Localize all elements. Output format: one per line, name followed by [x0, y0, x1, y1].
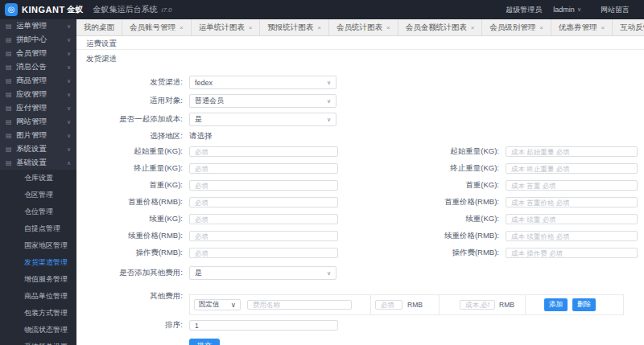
chevron-down-icon: ∨: [67, 146, 71, 153]
tab-member-amount-charts[interactable]: 会员金额统计图表 ×: [398, 19, 483, 35]
channel-select[interactable]: fedex ∨: [189, 76, 336, 89]
sidebar-item-announcements[interactable]: ▤ 消息公告 ∨: [0, 60, 76, 74]
app-window: ◎ KINGANT 金蚁 金蚁集运后台系统 i7.0 超级管理员 ladmin …: [0, 0, 644, 345]
channel-select-value: fedex: [195, 79, 213, 87]
chevron-down-icon: ∨: [327, 98, 331, 105]
sidebar-item-receivables[interactable]: ▤ 应收管理 ∨: [0, 88, 76, 101]
close-icon[interactable]: ×: [180, 24, 184, 31]
add-fee-button[interactable]: 添加: [544, 298, 568, 311]
start-weight-label: 起始重量(KG):: [76, 146, 189, 157]
submenu-item-warehouse-settings[interactable]: 仓库设置: [0, 170, 76, 187]
tab-member-levels[interactable]: 会员级别管理 ×: [482, 19, 551, 35]
submenu-item-packaging-methods[interactable]: 包装方式管理: [0, 305, 76, 322]
cost-end-weight-input[interactable]: [506, 163, 638, 174]
sidebar-item-products[interactable]: ▤ 商品管理 ∨: [0, 74, 76, 88]
sidebar-item-label: 应收管理: [16, 89, 67, 100]
submenu-item-zone-management[interactable]: 仓区管理: [0, 187, 76, 203]
fee-cost-input[interactable]: [460, 300, 495, 310]
cost-additional-weight-price-label: 续重价格(RMB):: [338, 231, 506, 241]
cost-end-weight-label: 终止重量(KG):: [338, 163, 506, 174]
system-name: 金蚁集运后台系统: [93, 4, 158, 15]
cost-additional-weight-input[interactable]: [506, 214, 638, 224]
tab-coupons[interactable]: 优惠券管理 ×: [551, 19, 613, 35]
submenu-item-slot-management[interactable]: 仓位管理: [0, 203, 76, 220]
submenu-item-pickup-points[interactable]: 自提点管理: [0, 220, 76, 237]
submenu-item-product-units[interactable]: 商品单位管理: [0, 288, 76, 305]
close-icon[interactable]: ×: [317, 24, 321, 31]
user-menu[interactable]: ladmin ∨: [553, 6, 581, 14]
end-weight-input[interactable]: [189, 163, 338, 174]
sidebar-item-label: 商品管理: [16, 76, 67, 86]
sidebar-item-label: 运单管理: [16, 21, 67, 31]
tab-feedback[interactable]: 互动反馈管理 ×: [613, 19, 644, 35]
submenu-item-countries[interactable]: 国家地区管理: [0, 237, 76, 254]
fee-type-select[interactable]: 固定值 ∨: [194, 299, 241, 310]
chevron-down-icon: ∨: [67, 92, 71, 98]
chevron-down-icon: ∨: [327, 117, 331, 123]
chevron-down-icon: ∨: [67, 23, 71, 30]
fee-unit-label: RMB: [407, 301, 423, 309]
additional-weight-input[interactable]: [189, 214, 338, 224]
close-icon[interactable]: ×: [471, 24, 475, 31]
chevron-down-icon: ∨: [327, 80, 331, 86]
sidebar-item-label: 图片管理: [16, 130, 67, 141]
sidebar-item-label: 系统设置: [16, 144, 67, 154]
sidebar-item-images[interactable]: ▤ 图片管理 ∨: [0, 129, 76, 142]
close-icon[interactable]: ×: [539, 24, 543, 31]
fee-amount-input[interactable]: [375, 300, 402, 310]
sidebar-item-website[interactable]: ▤ 网站管理 ∨: [0, 115, 76, 129]
shipping-channel-form: 发货渠道: fedex ∨ 适用对象: 普通会员 ∨ 是否一起添加成本: 是 ∨: [76, 66, 644, 345]
submenu-item-value-added-services[interactable]: 增值服务管理: [0, 271, 76, 288]
sidebar-item-waybill[interactable]: ▤ 运单管理 ∨: [0, 19, 76, 33]
other-fee-toggle-select[interactable]: 是 ∨: [189, 266, 336, 280]
target-select[interactable]: 普通会员 ∨: [189, 94, 336, 108]
sidebar-item-basic-settings[interactable]: ▤ 基础设置 ∧: [0, 156, 76, 170]
tab-label: 会员统计图表: [336, 23, 382, 33]
other-fee-toggle-value: 是: [195, 268, 202, 278]
cost-handling-fee-input[interactable]: [506, 248, 638, 258]
sidebar-item-label: 基础设置: [16, 158, 67, 168]
close-icon[interactable]: ×: [386, 24, 390, 31]
first-weight-input[interactable]: [189, 180, 338, 191]
sidebar-item-system[interactable]: ▤ 系统设置 ∨: [0, 142, 76, 156]
fee-name-input[interactable]: [247, 300, 352, 310]
tab-waybill-charts[interactable]: 运单统计图表 ×: [192, 19, 261, 35]
sidebar-item-payables[interactable]: ▤ 应付管理 ∨: [0, 101, 76, 115]
cost-additional-weight-price-input[interactable]: [506, 231, 638, 241]
menu-icon: ▤: [6, 77, 16, 84]
sort-label: 排序:: [76, 320, 189, 331]
additional-weight-price-input[interactable]: [189, 231, 338, 241]
submenu-item-logistics-status[interactable]: 物流状态管理: [0, 322, 76, 339]
delete-fee-button[interactable]: 删除: [572, 298, 596, 311]
close-icon[interactable]: ×: [249, 24, 253, 31]
chevron-down-icon: ∨: [67, 105, 71, 112]
with-cost-select[interactable]: 是 ∨: [189, 113, 336, 126]
site-message-link[interactable]: 网站留言: [601, 5, 630, 15]
sidebar-item-label: 会员管理: [16, 48, 67, 59]
cost-first-weight-input[interactable]: [506, 180, 638, 191]
close-icon[interactable]: ×: [601, 24, 605, 31]
tab-member-charts[interactable]: 会员统计图表 ×: [329, 19, 398, 35]
chevron-down-icon: ∨: [327, 270, 331, 277]
sort-input[interactable]: [189, 320, 338, 331]
submenu-item-shipping-channels[interactable]: 发货渠道管理: [0, 254, 76, 271]
submenu-item-simple-settings[interactable]: 系统简单设置: [0, 339, 76, 345]
region-picker-link[interactable]: 请选择: [189, 131, 213, 142]
tab-forecast-charts[interactable]: 预报统计图表 ×: [260, 19, 329, 35]
start-weight-input[interactable]: [189, 146, 338, 157]
sidebar-item-consolidation[interactable]: ▤ 拼邮中心 ∨: [0, 33, 76, 47]
tab-member-accounts[interactable]: 会员账号管理 ×: [122, 19, 192, 35]
tab-my-desktop[interactable]: 我的桌面: [76, 19, 122, 35]
brand-name: KINGANT: [22, 5, 65, 14]
cost-start-weight-input[interactable]: [506, 146, 638, 157]
fee-type-value: 固定值: [199, 300, 220, 310]
username: ladmin: [553, 6, 575, 14]
cost-first-weight-price-input[interactable]: [506, 197, 638, 207]
submit-button[interactable]: 提交: [189, 339, 220, 345]
with-cost-select-value: 是: [195, 114, 202, 125]
first-weight-price-input[interactable]: [189, 197, 338, 207]
sidebar-item-members[interactable]: ▤ 会员管理 ∨: [0, 47, 76, 60]
handling-fee-input[interactable]: [189, 248, 338, 258]
end-weight-label: 终止重量(KG):: [76, 163, 189, 174]
chevron-down-icon: ∨: [67, 133, 71, 139]
